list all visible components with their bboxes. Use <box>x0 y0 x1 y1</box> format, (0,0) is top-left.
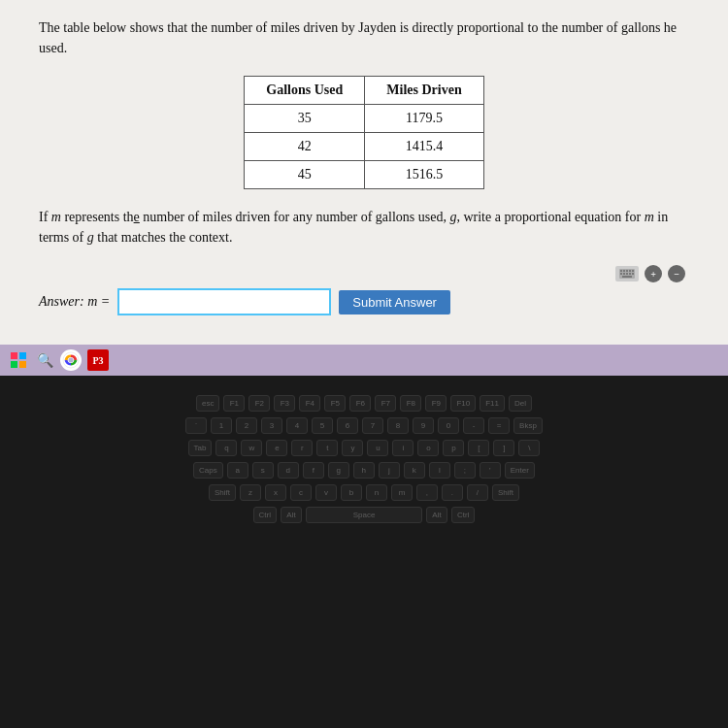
svg-rect-1 <box>620 270 622 272</box>
key-row-qwerty: Tab q w e r t y u i o p [ ] \ <box>185 440 543 456</box>
svg-rect-4 <box>629 270 631 272</box>
svg-rect-2 <box>623 270 625 272</box>
content-area: The table below shows that the number of… <box>0 0 728 345</box>
svg-rect-8 <box>626 273 628 275</box>
taskbar-p3-icon[interactable]: P3 <box>87 349 109 371</box>
taskbar-search-icon[interactable]: 🔍 <box>35 350 54 370</box>
key-row-asdf: Caps a s d f g h j k l ; ' Enter <box>185 462 543 479</box>
keyboard-visual: esc F1 F2 F3 F4 F5 F6 F7 F8 F9 F10 F11 D… <box>185 395 543 523</box>
table-cell: 1179.5 <box>365 105 483 133</box>
table-cell: 42 <box>245 133 365 161</box>
zoom-in-btn[interactable]: + <box>645 265 662 282</box>
answer-label: Answer: m = <box>39 294 110 310</box>
svg-rect-11 <box>622 276 632 278</box>
intro-paragraph: The table below shows that the number of… <box>39 17 689 58</box>
answer-input[interactable] <box>117 288 331 315</box>
table-row: 451516.5 <box>245 161 483 189</box>
taskbar-windows-icon[interactable] <box>8 349 29 371</box>
svg-rect-14 <box>11 361 17 368</box>
svg-rect-15 <box>19 361 26 368</box>
var-g2: g <box>87 230 94 245</box>
table-cell: 1516.5 <box>365 161 483 189</box>
svg-point-18 <box>69 358 74 363</box>
col-header-miles: Miles Driven <box>365 77 483 105</box>
taskbar: 🔍 P3 <box>0 345 728 376</box>
var-m2: m <box>645 210 654 224</box>
svg-rect-3 <box>626 270 628 272</box>
var-g: g <box>449 210 456 224</box>
svg-rect-10 <box>632 273 634 275</box>
var-m: m <box>51 210 61 224</box>
svg-rect-5 <box>632 270 634 272</box>
table-cell: 35 <box>245 105 365 133</box>
submit-button[interactable]: Submit Answer <box>339 290 450 314</box>
svg-rect-9 <box>629 273 631 275</box>
table-wrapper: Gallons Used Miles Driven 351179.5421415… <box>39 76 689 189</box>
zoom-out-btn[interactable]: − <box>668 265 685 282</box>
table-row: 421415.4 <box>245 133 483 161</box>
key-row-numbers: ` 1 2 3 4 5 6 7 8 9 0 - = Bksp <box>185 417 543 434</box>
key-row-bottom: Ctrl Alt Space Alt Ctrl <box>185 507 543 523</box>
screen: The table below shows that the number of… <box>0 0 728 728</box>
question-paragraph: If m represents the number of miles driv… <box>39 207 689 248</box>
table-cell: 1415.4 <box>365 133 483 161</box>
taskbar-chrome-icon[interactable] <box>60 349 82 371</box>
key-row-fn: esc F1 F2 F3 F4 F5 F6 F7 F8 F9 F10 F11 D… <box>185 395 543 412</box>
svg-rect-12 <box>11 352 17 359</box>
table-cell: 45 <box>245 161 365 189</box>
svg-rect-6 <box>620 273 622 275</box>
table-header-row: Gallons Used Miles Driven <box>245 77 483 105</box>
answer-m-var: m <box>87 294 97 309</box>
col-header-gallons: Gallons Used <box>245 77 365 105</box>
svg-rect-13 <box>19 352 26 359</box>
key-row-zxcv: Shift z x c v b n m , . / Shift <box>185 484 543 501</box>
keyboard-area: esc F1 F2 F3 F4 F5 F6 F7 F8 F9 F10 F11 D… <box>0 376 728 728</box>
keyboard-icon[interactable] <box>615 266 639 281</box>
table-row: 351179.5 <box>245 105 483 133</box>
toolbar-row: + − <box>39 265 689 282</box>
answer-row: Answer: m = Submit Answer <box>39 288 689 327</box>
data-table: Gallons Used Miles Driven 351179.5421415… <box>244 76 483 189</box>
svg-rect-7 <box>623 273 625 275</box>
